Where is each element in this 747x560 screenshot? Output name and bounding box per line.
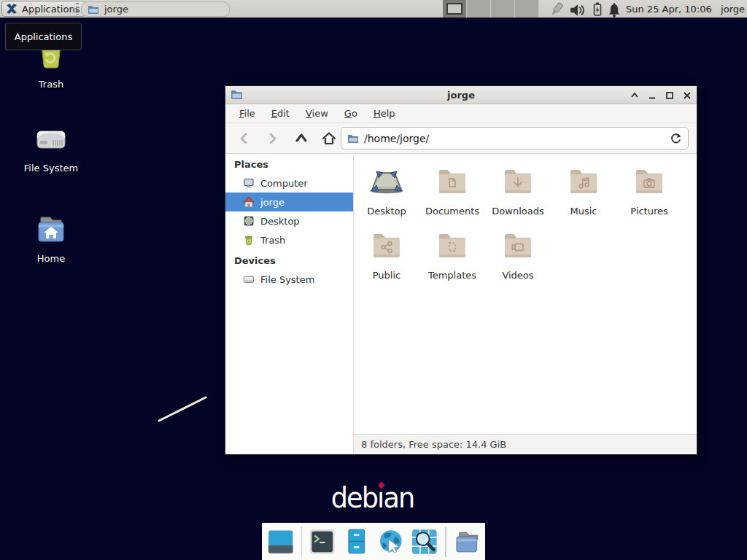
- file-item-public[interactable]: Public: [354, 228, 419, 281]
- file-item-documents[interactable]: Documents: [419, 164, 485, 217]
- reload-icon[interactable]: [670, 132, 682, 144]
- location-bar[interactable]: /home/jorge/: [341, 127, 689, 149]
- file-item-templates[interactable]: Templates: [419, 228, 485, 281]
- sidebar-item-label: Computer: [260, 178, 308, 189]
- desktop-icon-label: Home: [15, 253, 88, 264]
- workspace-3[interactable]: [491, 0, 515, 18]
- harddrive-icon: [34, 122, 69, 157]
- workspace-2[interactable]: [467, 0, 491, 18]
- user-menu[interactable]: jorge: [721, 0, 745, 18]
- window-title: jorge: [225, 90, 697, 101]
- sidebar-item-desktop[interactable]: Desktop: [225, 211, 353, 230]
- web-browser-icon[interactable]: [377, 528, 405, 556]
- sidebar-header-places: Places: [225, 156, 353, 174]
- home-icon: [243, 196, 255, 208]
- file-label: Pictures: [616, 206, 682, 217]
- desktop-icon-label: File System: [15, 163, 88, 174]
- workspace-window-thumb: [446, 3, 462, 15]
- applications-menu-button[interactable]: Applications: [1, 1, 85, 17]
- pictures-folder-icon: [632, 164, 667, 199]
- toolbar: /home/jorge/: [225, 123, 697, 154]
- file-item-desktop[interactable]: Desktop: [354, 164, 419, 217]
- shade-button[interactable]: [630, 90, 640, 101]
- app-finder-icon[interactable]: [411, 528, 438, 556]
- sidebar-header-devices: Devices: [225, 252, 353, 270]
- taskbar-window-button[interactable]: jorge: [81, 1, 230, 17]
- sidebar-item-label: Trash: [260, 235, 285, 246]
- menubar: File Edit View Go Help: [225, 104, 697, 123]
- panel-handle[interactable]: [76, 3, 79, 15]
- dock: [262, 523, 485, 560]
- file-label: Music: [551, 206, 616, 217]
- clock[interactable]: Sun 25 Apr, 10:06: [626, 0, 712, 18]
- sidebar-item-file-system[interactable]: File System: [225, 270, 353, 289]
- applications-menu-label: Applications: [22, 4, 80, 15]
- sidebar: Places Computer jorge: [225, 155, 354, 454]
- location-path[interactable]: /home/jorge/: [364, 133, 665, 144]
- minimize-button[interactable]: [647, 90, 657, 101]
- statusbar: 8 folders, Free space: 14.4 GiB: [354, 434, 697, 454]
- top-panel: Applications jorge Sun 25 Apr, 10:06 jor…: [0, 0, 747, 19]
- debian-logo: debıan: [331, 481, 414, 514]
- file-label: Public: [354, 270, 419, 281]
- workspace-4[interactable]: [515, 0, 539, 18]
- up-button[interactable]: [291, 128, 311, 149]
- desktop-place-icon: [243, 215, 255, 227]
- workspace-switcher: [443, 0, 539, 18]
- battery-icon[interactable]: [589, 1, 605, 18]
- file-label: Documents: [419, 206, 485, 217]
- marker-tray-icon[interactable]: [549, 1, 565, 18]
- file-manager-window: jorge File Edit View Go Help: [225, 85, 697, 455]
- file-label: Downloads: [485, 206, 551, 217]
- desktop-icon-filesystem[interactable]: File System: [15, 122, 88, 174]
- sidebar-item-trash[interactable]: Trash: [225, 230, 353, 249]
- menu-help[interactable]: Help: [365, 106, 403, 121]
- desktop-icon-label: Trash: [15, 79, 88, 90]
- volume-icon[interactable]: [570, 2, 586, 18]
- home-button[interactable]: [319, 128, 339, 149]
- menu-edit[interactable]: Edit: [263, 106, 298, 121]
- menu-go[interactable]: Go: [336, 106, 365, 121]
- folder-icon: [88, 4, 99, 15]
- notification-bell-icon[interactable]: [606, 2, 622, 18]
- sidebar-item-computer[interactable]: Computer: [225, 174, 353, 192]
- music-folder-icon: [566, 164, 601, 199]
- folder-dock-icon[interactable]: [453, 528, 481, 556]
- applications-menu-icon: [5, 2, 18, 15]
- computer-icon: [243, 177, 255, 189]
- desktop-icon-home[interactable]: Home: [15, 212, 88, 264]
- dock-separator: [301, 526, 303, 557]
- file-item-videos[interactable]: Videos: [485, 228, 551, 281]
- desktop-folder-icon: [369, 164, 404, 199]
- sidebar-item-label: Desktop: [260, 216, 300, 227]
- file-view: Desktop Documents: [354, 155, 697, 454]
- file-label: Desktop: [354, 206, 419, 217]
- workspace-1[interactable]: [443, 0, 467, 18]
- terminal-icon[interactable]: [309, 528, 336, 556]
- file-item-pictures[interactable]: Pictures: [616, 164, 682, 217]
- sidebar-item-jorge[interactable]: jorge: [225, 192, 353, 211]
- public-folder-icon: [369, 228, 404, 263]
- downloads-folder-icon: [500, 164, 535, 199]
- sidebar-item-label: File System: [260, 274, 314, 285]
- menu-file[interactable]: File: [231, 106, 263, 121]
- folder-icon: [347, 133, 359, 144]
- file-cabinet-icon[interactable]: [343, 528, 371, 556]
- sidebar-item-label: jorge: [260, 197, 285, 208]
- file-item-downloads[interactable]: Downloads: [485, 164, 551, 217]
- dock-separator: [445, 526, 446, 557]
- show-desktop-icon[interactable]: [267, 528, 295, 556]
- forward-button[interactable]: [262, 128, 282, 149]
- file-label: Templates: [419, 270, 485, 281]
- back-button[interactable]: [234, 128, 255, 149]
- menu-view[interactable]: View: [298, 106, 336, 121]
- file-label: Videos: [485, 270, 551, 281]
- templates-folder-icon: [435, 228, 470, 263]
- window-icon: [231, 89, 243, 100]
- close-button[interactable]: [682, 90, 692, 101]
- maximize-button[interactable]: [665, 90, 675, 101]
- file-item-music[interactable]: Music: [551, 164, 616, 217]
- documents-folder-icon: [435, 164, 470, 199]
- titlebar[interactable]: jorge: [225, 86, 697, 104]
- drive-icon: [243, 273, 255, 285]
